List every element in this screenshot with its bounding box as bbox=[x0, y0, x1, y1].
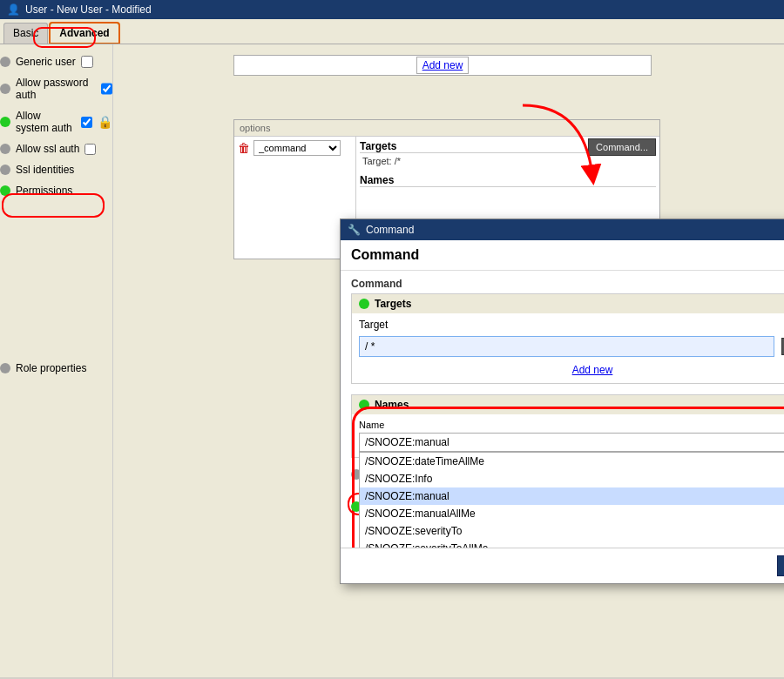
target-value: Target: /* bbox=[360, 155, 656, 167]
sidebar-label-role-properties: Role properties bbox=[16, 362, 86, 374]
name-dropdown-list: /SNOOZE:dateTimeAllMe /SNOOZE:Info /SNOO… bbox=[359, 452, 784, 548]
sidebar-item-ssl-identities[interactable]: Ssl identities bbox=[0, 159, 112, 180]
options-dropdown-row: 🗑 _command bbox=[238, 140, 352, 156]
ssl-add-new-link[interactable]: Add new bbox=[416, 57, 470, 74]
options-header: options bbox=[234, 120, 659, 137]
ssl-identities-panel: Add new bbox=[233, 55, 652, 76]
target-input-row: EDIT... bbox=[359, 336, 784, 357]
indicator-allow-password bbox=[0, 84, 10, 94]
indicator-ssl-identities bbox=[0, 165, 10, 175]
dialog-footer: Close bbox=[341, 548, 784, 583]
dialog-names-body: Name /SNOOZE:manual ▼ /SNOOZE:dateTimeAl… bbox=[352, 414, 784, 457]
name-dropdown-container: /SNOOZE:manual ▼ /SNOOZE:dateTimeAllMe /… bbox=[359, 433, 784, 452]
dropdown-item-0[interactable]: /SNOOZE:dateTimeAllMe bbox=[360, 453, 784, 470]
content-area: Generic user Allow password auth Allow s… bbox=[0, 44, 784, 677]
name-select-display[interactable]: /SNOOZE:manual ▼ bbox=[359, 433, 784, 452]
sidebar-label-permissions: Permissions bbox=[16, 185, 72, 197]
tabs-bar: Basic Advanced bbox=[0, 19, 784, 44]
dialog-title-icon: 🔧 bbox=[348, 224, 361, 236]
dialog-targets-header: Targets bbox=[352, 294, 784, 313]
main-container: Basic Advanced Generic user Allow passwo… bbox=[0, 19, 784, 677]
dialog-close-btn[interactable]: Close bbox=[777, 555, 784, 576]
command-type-select[interactable]: _command bbox=[253, 140, 341, 156]
options-left: 🗑 _command bbox=[234, 137, 356, 259]
names-section: Names bbox=[360, 174, 656, 187]
indicator-permissions bbox=[0, 185, 10, 196]
title-icon: 👤 bbox=[7, 3, 20, 16]
dropdown-item-5[interactable]: /SNOOZE:severityToAllMe bbox=[360, 540, 784, 548]
dropdown-item-2[interactable]: /SNOOZE:manual bbox=[360, 487, 784, 505]
sidebar-item-generic-user[interactable]: Generic user bbox=[0, 51, 112, 72]
dialog-section-label: Command bbox=[351, 278, 784, 290]
sidebar-label-allow-password: Allow password auth bbox=[16, 77, 96, 101]
name-label: Name bbox=[359, 420, 784, 430]
dialog-names-section: Names Name /SNOOZE:manual ▼ bbox=[351, 394, 784, 458]
targets-header-label: Targets bbox=[375, 298, 411, 310]
dialog-heading: Command bbox=[341, 240, 784, 271]
title-bar: 👤 User - New User - Modified bbox=[0, 0, 784, 19]
targets-indicator bbox=[359, 299, 369, 309]
indicator-allow-system bbox=[0, 117, 10, 127]
allow-ssl-checkbox[interactable] bbox=[84, 144, 96, 155]
allow-password-checkbox[interactable] bbox=[101, 83, 112, 95]
allow-system-icon: 🔒 bbox=[98, 115, 112, 129]
tab-advanced[interactable]: Advanced bbox=[50, 23, 118, 44]
names-header-label: Names bbox=[375, 399, 409, 411]
dropdown-item-4[interactable]: /SNOOZE:severityTo bbox=[360, 522, 784, 540]
sidebar-item-role-properties[interactable]: Role properties bbox=[0, 358, 112, 379]
sidebar-label-generic-user: Generic user bbox=[16, 56, 76, 68]
indicator-generic-user bbox=[0, 57, 10, 67]
dialog-title: Command bbox=[366, 224, 414, 236]
target-input[interactable] bbox=[359, 336, 774, 357]
command-btn[interactable]: Command... bbox=[588, 138, 656, 156]
sidebar-item-allow-ssl[interactable]: Allow ssl auth bbox=[0, 138, 112, 159]
main-content: Add new options 🗑 _command bbox=[113, 44, 784, 677]
sidebar-label-ssl-identities: Ssl identities bbox=[16, 164, 74, 176]
dropdown-item-3[interactable]: /SNOOZE:manualAllMe bbox=[360, 505, 784, 522]
generic-user-checkbox[interactable] bbox=[81, 56, 93, 68]
target-label: Target bbox=[359, 319, 402, 331]
names-header: Names bbox=[360, 174, 656, 187]
sidebar-item-allow-system[interactable]: Allow system auth 🔒 bbox=[0, 105, 112, 138]
targets-add-new-link[interactable]: Add new bbox=[359, 362, 784, 378]
dialog-titlebar: 🔧 Command ✕ bbox=[341, 219, 784, 240]
window-title: User - New User - Modified bbox=[25, 3, 152, 16]
sidebar-label-allow-system: Allow system auth bbox=[16, 110, 76, 134]
indicator-allow-ssl bbox=[0, 144, 10, 154]
left-sidebar: Generic user Allow password auth Allow s… bbox=[0, 44, 113, 677]
sidebar-item-allow-password[interactable]: Allow password auth bbox=[0, 72, 112, 105]
delete-command-btn[interactable]: 🗑 bbox=[238, 141, 250, 155]
tab-basic[interactable]: Basic bbox=[3, 23, 48, 44]
dialog-targets-body: Target EDIT... Add new bbox=[352, 313, 784, 383]
names-indicator bbox=[359, 400, 369, 410]
allow-system-checkbox[interactable] bbox=[81, 117, 92, 128]
dialog-names-header: Names bbox=[352, 395, 784, 414]
indicator-role-properties bbox=[0, 363, 10, 373]
dialog-targets-section: Targets Target EDIT... Add new bbox=[351, 293, 784, 384]
dialog-titlebar-left: 🔧 Command bbox=[348, 224, 414, 236]
dropdown-item-1[interactable]: /SNOOZE:Info bbox=[360, 470, 784, 487]
dialog-window: 🔧 Command ✕ Command Command Targets bbox=[340, 218, 784, 584]
dialog-body: Command Targets Target bbox=[341, 271, 784, 548]
name-selected-value: /SNOOZE:manual bbox=[365, 436, 449, 448]
sidebar-label-allow-ssl: Allow ssl auth bbox=[16, 143, 79, 155]
sidebar-item-permissions[interactable]: Permissions bbox=[0, 180, 112, 201]
target-row: Target bbox=[359, 319, 784, 331]
